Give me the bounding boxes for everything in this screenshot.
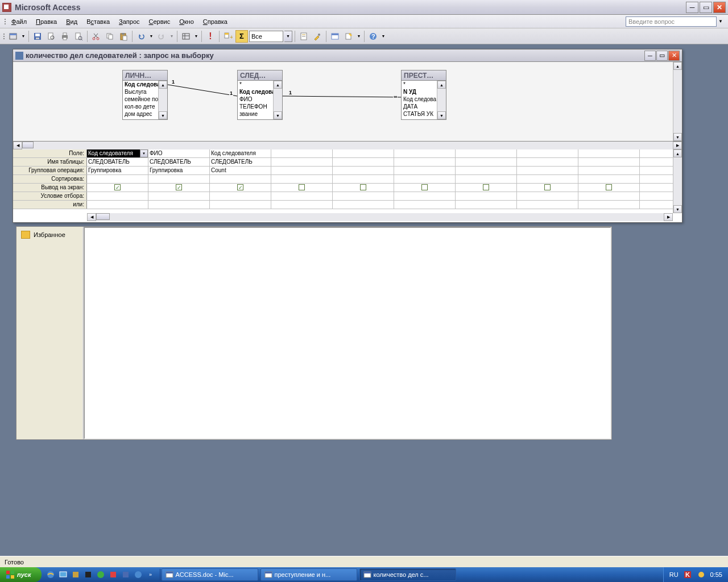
clock[interactable]: 0:55 <box>710 571 722 578</box>
grid-cell[interactable] <box>456 201 517 209</box>
grid-cell[interactable]: ✓ <box>148 184 210 192</box>
grid-cell[interactable] <box>394 201 456 209</box>
grid-cell[interactable] <box>148 201 210 209</box>
grid-cell[interactable] <box>148 175 210 183</box>
grid-cell[interactable] <box>578 175 640 183</box>
ql-more-icon[interactable]: » <box>145 569 156 580</box>
help-search-dropdown[interactable]: ▼ <box>717 16 725 27</box>
grid-cell[interactable] <box>333 175 394 183</box>
grid-cell[interactable] <box>394 149 456 157</box>
menu-сервис[interactable]: Сервис <box>144 16 175 27</box>
grid-cell[interactable] <box>271 149 333 157</box>
grid-cell[interactable] <box>87 175 148 183</box>
grid-cell[interactable]: Count <box>210 167 271 174</box>
database-main-pane[interactable] <box>84 227 611 439</box>
grid-cell[interactable] <box>87 192 148 200</box>
maximize-button[interactable]: ▭ <box>700 2 712 13</box>
grid-cell[interactable] <box>517 149 578 157</box>
grid-cell[interactable]: ✓ <box>210 184 271 192</box>
print-preview-button[interactable] <box>72 30 85 43</box>
grid-cell[interactable] <box>333 184 394 192</box>
grid-cell[interactable] <box>456 167 517 174</box>
database-window-button[interactable] <box>329 30 341 43</box>
grid-cell[interactable] <box>578 149 640 157</box>
cut-button[interactable] <box>90 30 102 43</box>
show-checkbox[interactable] <box>544 184 551 190</box>
show-checkbox[interactable] <box>421 184 428 190</box>
table-header[interactable]: ЛИЧН… <box>123 70 167 81</box>
grid-cell[interactable] <box>517 167 578 174</box>
new-object-button[interactable] <box>342 30 355 43</box>
grid-vscroll[interactable]: ▲ ▼ <box>673 149 682 213</box>
menu-запрос[interactable]: Запрос <box>114 16 144 27</box>
grid-hscroll-left[interactable]: ◀ <box>87 213 96 221</box>
grid-cell[interactable]: Код следователя <box>210 149 271 157</box>
grid-cell[interactable] <box>578 158 640 166</box>
grid-cell[interactable]: СЛЕДОВАТЕЛЬ <box>210 158 271 166</box>
menu-файл[interactable]: Файл <box>7 16 31 27</box>
tray-antivirus-icon[interactable]: K <box>683 570 692 579</box>
grid-cell[interactable] <box>517 175 578 183</box>
query-type-button[interactable] <box>180 30 192 43</box>
grid-cell[interactable]: ✓ <box>87 184 148 192</box>
grid-cell[interactable] <box>87 201 148 209</box>
grid-cell[interactable]: СЛЕДОВАТЕЛЬ <box>87 158 148 166</box>
grid-cell[interactable] <box>578 167 640 174</box>
taskbar-task[interactable]: преступление и н... <box>260 568 357 581</box>
show-checkbox[interactable]: ✓ <box>176 184 182 190</box>
grid-cell[interactable] <box>578 192 640 200</box>
show-table-button[interactable]: + <box>222 30 234 43</box>
show-checkbox[interactable] <box>360 184 366 190</box>
copy-button[interactable] <box>104 30 116 43</box>
show-checkbox[interactable] <box>483 184 489 190</box>
start-button[interactable]: пуск <box>0 567 42 582</box>
show-checkbox[interactable]: ✓ <box>237 184 243 190</box>
new-object-dropdown[interactable]: ▼ <box>356 30 362 43</box>
ql-app-icon[interactable] <box>133 569 144 580</box>
grid-cell[interactable] <box>456 192 517 200</box>
scroll-up[interactable]: ▲ <box>274 81 282 89</box>
ql-app-icon[interactable] <box>107 569 119 580</box>
query-maximize-button[interactable]: ▭ <box>656 51 668 61</box>
grid-cell[interactable] <box>271 167 333 174</box>
grid-hscroll-right[interactable]: ▶ <box>664 213 673 221</box>
rel-scroll-down[interactable]: ▼ <box>673 133 682 141</box>
grid-cell[interactable] <box>148 192 210 200</box>
grid-cell[interactable]: ФИО <box>148 149 210 157</box>
grid-cell[interactable] <box>271 192 333 200</box>
taskbar-task[interactable]: ACCESS.doc - Mic... <box>162 568 258 581</box>
language-indicator[interactable]: RU <box>669 571 679 578</box>
grid-cell[interactable] <box>578 184 640 192</box>
table-ЛИЧН…[interactable]: ЛИЧН…Код следоваВыслугасемейное по.кол-в… <box>122 70 168 120</box>
grid-hscroll[interactable]: ◀ ▶ <box>87 213 673 221</box>
rel-hscroll-thumb[interactable] <box>22 142 34 148</box>
grid-cell[interactable] <box>517 184 578 192</box>
query-titlebar[interactable]: количество дел следователей : запрос на … <box>13 49 682 62</box>
view-button[interactable] <box>7 30 19 43</box>
toolbar-grip[interactable] <box>2 30 6 43</box>
close-button[interactable]: ✕ <box>713 2 726 13</box>
undo-dropdown[interactable]: ▼ <box>148 30 154 43</box>
grid-cell[interactable] <box>517 158 578 166</box>
minimize-button[interactable]: ─ <box>686 2 698 13</box>
menu-справка[interactable]: Справка <box>198 16 232 27</box>
grid-cell[interactable] <box>456 175 517 183</box>
ql-ie-icon[interactable] <box>45 569 56 580</box>
grid-cell[interactable] <box>271 175 333 183</box>
grid-cell[interactable] <box>210 201 271 209</box>
grid-cell[interactable] <box>517 192 578 200</box>
file-search-button[interactable] <box>45 30 57 43</box>
scroll-down[interactable]: ▼ <box>159 111 167 119</box>
query-type-dropdown[interactable]: ▼ <box>193 30 199 43</box>
grid-cell[interactable] <box>394 175 456 183</box>
save-button[interactable] <box>31 30 44 43</box>
grid-cell[interactable]: Группировка <box>87 167 148 174</box>
grid-cell[interactable]: Группировка <box>148 167 210 174</box>
properties-button[interactable] <box>297 30 310 43</box>
print-button[interactable] <box>59 30 71 43</box>
ql-desktop-icon[interactable] <box>57 569 69 580</box>
rel-hscroll-right[interactable]: ▶ <box>673 142 682 149</box>
grid-cell[interactable] <box>333 158 394 166</box>
grid-cell[interactable] <box>210 192 271 200</box>
ql-app-icon[interactable] <box>95 569 106 580</box>
